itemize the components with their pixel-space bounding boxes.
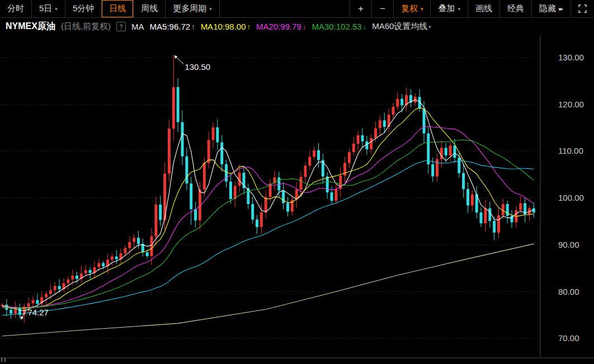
- candle-body: [379, 120, 381, 128]
- classic-style-button[interactable]: 经典: [500, 0, 532, 17]
- candle-body: [317, 150, 320, 160]
- candle-body: [519, 203, 522, 210]
- zoom-in-button[interactable]: +: [350, 0, 372, 17]
- button-label: 经典: [507, 3, 524, 14]
- candle-body: [256, 220, 258, 227]
- ma30-value: MA30:102.53 ↓: [312, 22, 366, 31]
- zoom-out-button[interactable]: −: [372, 0, 394, 17]
- tab-5min[interactable]: 5分钟: [65, 0, 102, 17]
- candle-body: [374, 128, 377, 138]
- ma-value-text: MA30:102.53: [312, 22, 361, 31]
- symbol-title: NYMEX原油: [6, 21, 55, 32]
- chart-header: NYMEX原油 (日线,前复权) ? MA MA5:96.72 ↑ MA10:9…: [0, 18, 594, 35]
- price-axis-label: 100.00: [558, 193, 584, 202]
- plus-icon: +: [358, 3, 364, 15]
- trading-app-window: 分时 5日 ▾ 5分钟 日线 周线 更多周期 ▾ + − 复权 ▾: [0, 0, 594, 364]
- candle-body: [27, 303, 30, 306]
- candle-body: [348, 152, 351, 163]
- candle-body: [282, 191, 285, 204]
- price-axis-label: 120.00: [558, 100, 584, 109]
- tab-daily[interactable]: 日线: [102, 0, 134, 17]
- candle-body: [334, 189, 337, 201]
- candle-body: [449, 145, 452, 155]
- chart-area[interactable]: 130.00120.00110.00100.0090.0080.0070.001…: [0, 35, 594, 364]
- overlay-button[interactable]: 叠加 ▾: [431, 0, 468, 17]
- candle-body: [436, 159, 439, 177]
- candle-body: [265, 197, 267, 212]
- candle-body: [308, 157, 311, 166]
- ma-line-30: [2, 140, 534, 308]
- price-axis-label: 130.00: [558, 53, 584, 62]
- candle-body: [234, 186, 237, 198]
- price-axis-label: 110.00: [558, 146, 583, 155]
- candle-body: [115, 257, 118, 259]
- candle-body: [370, 138, 373, 149]
- tab-label: 更多周期: [173, 3, 206, 14]
- candle-body: [212, 127, 215, 140]
- candle-body: [36, 300, 39, 304]
- candle-body: [352, 144, 355, 152]
- candle-body: [300, 177, 303, 190]
- tab-time-sharing[interactable]: 分时: [0, 0, 32, 17]
- candle-body: [427, 134, 430, 164]
- button-label: 复权: [401, 3, 418, 14]
- candle-body: [185, 157, 188, 184]
- candle-body: [260, 212, 263, 227]
- tab-more-periods[interactable]: 更多周期 ▾: [166, 0, 220, 17]
- candle-body: [322, 160, 324, 176]
- candle-body: [331, 192, 333, 201]
- candle-body: [304, 166, 307, 177]
- candle-body: [177, 87, 180, 122]
- candle-body: [225, 164, 228, 182]
- annotation-label: 130.50: [185, 62, 210, 72]
- adjust-rights-button[interactable]: 复权 ▾: [394, 0, 431, 17]
- draw-line-button[interactable]: 画线: [468, 0, 500, 17]
- candle-body: [1, 305, 4, 306]
- candle-body: [146, 252, 149, 256]
- period-subtitle: (日线,前复权): [61, 21, 111, 32]
- candle-body: [388, 115, 390, 127]
- ma60-settings-dropdown[interactable]: MA60设置均线 ▾: [372, 21, 431, 32]
- candle-body: [488, 209, 491, 221]
- candle-body: [58, 286, 61, 290]
- candle-body: [190, 183, 192, 209]
- tab-5day[interactable]: 5日 ▾: [32, 0, 65, 17]
- candle-body: [493, 221, 496, 233]
- candle-body: [102, 263, 105, 266]
- tab-label: 日线: [109, 3, 126, 14]
- chevron-down-icon: ▾: [421, 7, 423, 12]
- candle-body: [313, 150, 315, 157]
- fullscreen-icon: [578, 4, 587, 13]
- tab-label: 周线: [141, 3, 158, 14]
- ma5-value: MA5:96.72 ↑: [150, 22, 195, 31]
- candlestick-chart[interactable]: 130.00120.00110.00100.0090.0080.0070.001…: [0, 35, 594, 364]
- chevron-down-icon: ▾: [428, 25, 431, 30]
- candle-body: [208, 140, 210, 163]
- candle-body: [462, 173, 465, 190]
- candle-body: [84, 270, 87, 273]
- button-label: 隐藏: [539, 3, 556, 14]
- candle-body: [14, 309, 17, 314]
- ma-value-text: MA20:99.79: [256, 22, 301, 31]
- help-icon[interactable]: ?: [116, 22, 126, 31]
- hide-button[interactable]: 隐藏 ▸▸: [532, 0, 571, 17]
- period-toolbar: 分时 5日 ▾ 5分钟 日线 周线 更多周期 ▾ + − 复权 ▾: [0, 0, 594, 18]
- candle-body: [458, 158, 460, 173]
- chevron-down-icon: ▾: [55, 7, 58, 12]
- arrow-down-icon: ↓: [303, 22, 307, 31]
- candle-body: [124, 248, 126, 253]
- ma-value-text: MA5:96.72: [150, 22, 191, 31]
- ma-line-long: [2, 244, 534, 336]
- toolbar-spacer: [220, 0, 350, 17]
- candle-body: [220, 143, 223, 164]
- button-label: 画线: [475, 3, 492, 14]
- candle-body: [471, 194, 474, 205]
- arrow-up-icon: ↑: [247, 22, 251, 31]
- fullscreen-button[interactable]: [571, 0, 594, 17]
- tab-label: 5日: [39, 3, 52, 14]
- minus-icon: −: [380, 3, 385, 15]
- candle-body: [67, 280, 69, 283]
- candle-body: [484, 209, 487, 224]
- tab-weekly[interactable]: 周线: [134, 0, 166, 17]
- candle-body: [396, 99, 399, 107]
